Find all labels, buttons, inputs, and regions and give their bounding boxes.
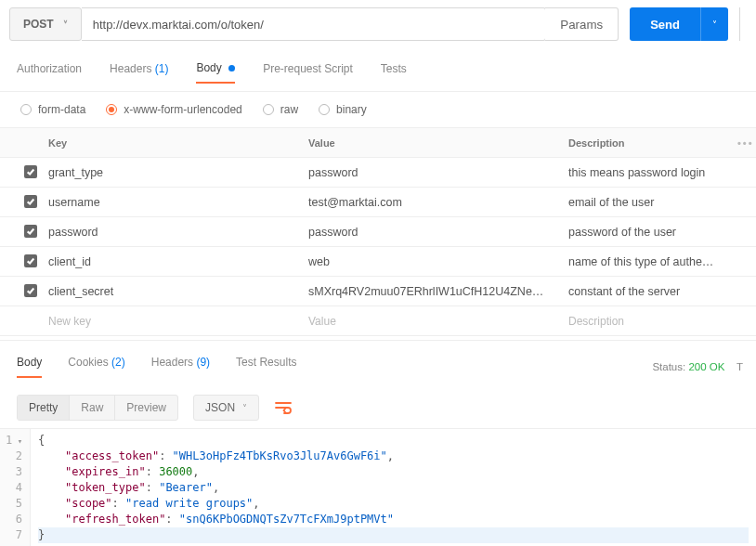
resp-tab-headers-count: (9)	[196, 356, 210, 369]
kv-key[interactable]: username	[39, 196, 299, 209]
language-select[interactable]: JSON ˅	[193, 395, 259, 421]
kv-desc[interactable]: email of the user	[559, 196, 728, 209]
tab-headers[interactable]: Headers (1)	[110, 62, 168, 83]
kv-value[interactable]: test@marktai.com	[299, 196, 559, 209]
tab-authorization[interactable]: Authorization	[17, 62, 82, 83]
status-label: Status:	[652, 361, 685, 372]
resp-tab-headers-label: Headers	[151, 356, 193, 369]
kv-new-row[interactable]: New key Value Description	[0, 306, 756, 336]
status-trailing: T	[736, 361, 743, 372]
view-mode-group: Pretty Raw Preview	[17, 395, 178, 421]
resp-tab-cookies-label: Cookies	[68, 356, 108, 369]
checkbox-checked-icon[interactable]	[24, 165, 37, 178]
kv-head-desc: Description	[559, 137, 728, 149]
checkbox-checked-icon[interactable]	[24, 195, 37, 208]
kv-more-icon[interactable]: •••	[728, 137, 756, 149]
radio-urlencoded[interactable]: x-www-form-urlencoded	[106, 103, 241, 116]
tab-headers-label: Headers	[110, 62, 151, 75]
code-line[interactable]: "expires_in": 36000,	[38, 464, 749, 480]
kv-new-desc[interactable]: Description	[559, 315, 728, 328]
params-button[interactable]: Params	[545, 7, 619, 41]
resp-tab-cookies[interactable]: Cookies (2)	[68, 356, 124, 378]
kv-key[interactable]: client_id	[39, 255, 299, 268]
http-method-value: POST	[23, 18, 54, 31]
radio-form-data-label: form-data	[38, 103, 85, 116]
checkbox-checked-icon[interactable]	[24, 225, 37, 238]
kv-row[interactable]: client_idwebname of this type of authent…	[0, 247, 756, 277]
kv-key[interactable]: grant_type	[39, 166, 299, 179]
radio-raw[interactable]: raw	[263, 103, 298, 116]
view-preview-button[interactable]: Preview	[115, 396, 177, 420]
kv-row[interactable]: client_secretsMXrq4RV2muu07ERhrlIW1uCfH1…	[0, 277, 756, 306]
code-line[interactable]: "scope": "read write groups",	[38, 496, 749, 512]
radio-raw-label: raw	[280, 103, 298, 116]
kv-value[interactable]: sMXrq4RV2muu07ERhrlIW1uCfH12U4ZNeqy...	[299, 285, 559, 298]
kv-value[interactable]: web	[299, 255, 559, 268]
save-button-stub[interactable]	[739, 7, 747, 41]
view-raw-button[interactable]: Raw	[70, 396, 115, 420]
kv-new-key[interactable]: New key	[39, 315, 299, 328]
resp-tab-testresults[interactable]: Test Results	[236, 356, 296, 378]
status-value: 200 OK	[688, 361, 724, 372]
radio-binary-label: binary	[336, 103, 367, 116]
kv-key[interactable]: password	[39, 226, 299, 239]
kv-value[interactable]: password	[299, 166, 559, 179]
kv-head-key: Key	[39, 137, 299, 149]
radio-selected-icon	[106, 104, 117, 115]
url-input[interactable]	[82, 7, 547, 41]
kv-head-value: Value	[299, 137, 559, 149]
kv-row[interactable]: usernametest@marktai.comemail of the use…	[0, 188, 756, 217]
view-pretty-button[interactable]: Pretty	[18, 396, 70, 420]
kv-desc[interactable]: constant of the server	[559, 285, 728, 298]
checkbox-checked-icon[interactable]	[24, 284, 37, 297]
send-button[interactable]: Send	[630, 7, 700, 41]
radio-icon	[319, 104, 330, 115]
kv-row[interactable]: grant_typepasswordthis means password lo…	[0, 158, 756, 188]
response-body[interactable]: 1 2 3 4 5 6 7 { "access_token": "WHL3oHp…	[0, 428, 756, 546]
radio-urlencoded-label: x-www-form-urlencoded	[124, 103, 241, 116]
code-line[interactable]: }	[38, 527, 749, 543]
resp-tab-headers[interactable]: Headers (9)	[151, 356, 210, 378]
resp-tab-cookies-count: (2)	[111, 356, 125, 369]
radio-icon	[20, 104, 32, 115]
kv-desc[interactable]: password of the user	[559, 226, 728, 239]
tab-prerequest[interactable]: Pre-request Script	[263, 62, 353, 83]
resp-tab-body[interactable]: Body	[17, 356, 42, 378]
radio-binary[interactable]: binary	[319, 103, 367, 116]
code-line[interactable]: "access_token": "WHL3oHpFz4TbKsRvo3Jlu7A…	[38, 448, 749, 464]
radio-icon	[263, 104, 274, 115]
http-method-select[interactable]: POST ˅	[9, 7, 82, 41]
tab-body[interactable]: Body	[196, 61, 235, 84]
radio-form-data[interactable]: form-data	[20, 103, 85, 116]
chevron-down-icon: ˅	[63, 20, 68, 30]
kv-desc[interactable]: this means password login	[559, 166, 728, 179]
code-line[interactable]: {	[38, 433, 749, 448]
code-line[interactable]: "refresh_token": "snQ6KPbOGDNQTsZv7TcFXm…	[38, 512, 749, 527]
checkbox-checked-icon[interactable]	[24, 254, 37, 267]
chevron-down-icon: ˅	[712, 20, 717, 30]
tab-tests[interactable]: Tests	[381, 62, 407, 83]
status-text: Status: 200 OK T	[652, 361, 743, 372]
send-dropdown-button[interactable]: ˅	[700, 7, 728, 41]
chevron-down-icon: ˅	[242, 403, 247, 413]
kv-key[interactable]: client_secret	[39, 285, 299, 298]
gutter: 1 2 3 4 5 6 7	[0, 429, 31, 546]
kv-row[interactable]: passwordpasswordpassword of the user	[0, 217, 756, 247]
code-line[interactable]: "token_type": "Bearer",	[38, 480, 749, 496]
kv-header-row: Key Value Description •••	[0, 128, 756, 158]
unsaved-dot-icon	[228, 65, 235, 72]
kv-desc[interactable]: name of this type of authentication	[559, 255, 728, 268]
kv-new-value[interactable]: Value	[299, 315, 559, 328]
tab-headers-count: (1)	[155, 62, 169, 75]
tab-body-label: Body	[196, 61, 221, 74]
language-value: JSON	[205, 401, 235, 414]
wrap-lines-icon[interactable]	[274, 400, 293, 415]
kv-value[interactable]: password	[299, 226, 559, 239]
